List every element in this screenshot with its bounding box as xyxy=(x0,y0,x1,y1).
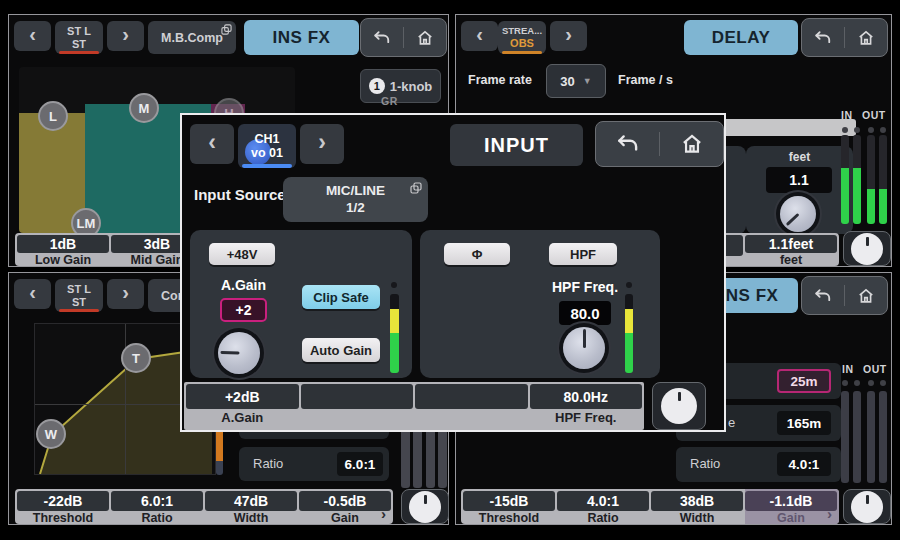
more-params-chevron-icon[interactable]: › xyxy=(827,505,832,522)
param-strip: -15dB Threshold 4.0:1 Ratio 38dB Width -… xyxy=(461,489,839,524)
in-meter-l xyxy=(841,135,849,224)
channel-select-button[interactable]: CH1 vo 01 xyxy=(238,124,296,168)
home-icon[interactable] xyxy=(679,131,705,157)
clip-safe-button[interactable]: Clip Safe xyxy=(302,285,380,309)
home-icon[interactable] xyxy=(415,28,435,48)
hpf-freq-value: 80.0 xyxy=(570,305,599,322)
prev-channel-button[interactable]: ‹ xyxy=(14,21,51,51)
channel-select-button[interactable]: ST L ST xyxy=(55,21,103,54)
input-source-value2: 1/2 xyxy=(346,200,365,217)
undo-icon[interactable] xyxy=(615,131,641,157)
touch-knob-button[interactable] xyxy=(401,489,449,524)
param-cell-threshold[interactable]: -15dB Threshold xyxy=(463,491,555,524)
handle-lowmid-label: LM xyxy=(77,216,96,231)
param-cell-again[interactable]: +2dB A.Gain xyxy=(186,384,299,430)
auto-gain-button[interactable]: Auto Gain xyxy=(302,338,380,362)
feet-knob[interactable] xyxy=(780,196,816,232)
param-cell-ratio[interactable]: 6.0:1 Ratio xyxy=(111,491,203,524)
param-cell-width[interactable]: 38dB Width xyxy=(651,491,743,524)
param-value: -22dB xyxy=(17,491,109,511)
home-icon[interactable] xyxy=(856,286,876,306)
ratio-value-box: 4.0:1 xyxy=(777,452,831,476)
channel-subname-label: OBS xyxy=(510,37,534,49)
next-channel-button[interactable]: › xyxy=(300,124,344,164)
phase-button[interactable]: Φ xyxy=(444,243,510,265)
channel-select-button[interactable]: STREA... OBS xyxy=(498,21,546,54)
more-params-chevron-icon[interactable]: › xyxy=(381,505,386,522)
frame-rate-select[interactable]: 30 ▼ xyxy=(546,64,606,98)
tab-ins-fx[interactable]: INS FX xyxy=(244,20,359,55)
input-source-button[interactable]: MIC/LINE 1/2 xyxy=(283,177,428,222)
param-value: +2dB xyxy=(186,384,299,409)
handle-mid[interactable]: M xyxy=(129,93,159,123)
frame-rate-unit-label: Frame / s xyxy=(618,73,673,87)
preset-button[interactable]: M.B.Comp xyxy=(148,21,236,54)
param-cell-hpf-freq[interactable]: 80.0Hz HPF Freq. xyxy=(530,384,643,430)
param-value: 1dB xyxy=(17,235,109,253)
param-cell-ratio[interactable]: 4.0:1 Ratio xyxy=(557,491,649,524)
param-cell-low-gain[interactable]: 1dB Low Gain xyxy=(17,235,109,266)
knob-marker xyxy=(220,351,239,355)
hpf-button[interactable]: HPF xyxy=(549,243,617,265)
channel-select-underline xyxy=(242,164,292,168)
again-value-box[interactable]: +2 xyxy=(220,298,267,322)
meter-peak-dot xyxy=(842,380,848,386)
meter-peak-dot xyxy=(880,127,886,133)
tab-label: INS FX xyxy=(721,286,779,306)
one-knob-button[interactable]: 1 1-knob xyxy=(360,69,441,103)
feet-value: 1.1 xyxy=(789,172,808,188)
param-cell-gain-selected[interactable]: -1.1dB Gain xyxy=(745,489,839,524)
prev-channel-button[interactable]: ‹ xyxy=(14,279,51,309)
undo-icon[interactable] xyxy=(372,28,392,48)
meter-bar xyxy=(438,426,447,488)
param-value: 80.0Hz xyxy=(530,384,643,409)
touch-knob-button[interactable] xyxy=(843,231,891,266)
next-channel-button[interactable]: › xyxy=(107,21,144,51)
next-channel-button[interactable]: › xyxy=(550,21,587,51)
touch-knob-button[interactable] xyxy=(843,489,891,524)
undo-icon[interactable] xyxy=(813,286,833,306)
handle-lowmid[interactable]: LM xyxy=(71,208,101,233)
param-cell-feet[interactable]: 1.1feet feet xyxy=(745,235,837,266)
input-dialog: ‹ CH1 vo 01 › INPUT Input Source MIC/LIN… xyxy=(180,113,726,432)
param-label: Threshold xyxy=(463,511,555,524)
param-cell-gain[interactable]: -0.5dB Gain xyxy=(299,491,391,524)
channel-select-button[interactable]: ST L ST xyxy=(55,279,103,312)
ratio-value: 4.0:1 xyxy=(789,457,820,472)
param-cell-3[interactable] xyxy=(415,384,528,430)
param-value: 1.1feet xyxy=(745,235,837,253)
param-cell-threshold[interactable]: -22dB Threshold xyxy=(17,491,109,524)
nav-group xyxy=(801,276,888,315)
prev-channel-button[interactable]: ‹ xyxy=(190,124,234,164)
again-knob[interactable] xyxy=(218,332,260,374)
feet-value-box[interactable]: 1.1 xyxy=(766,167,832,193)
again-value: +2 xyxy=(236,302,252,318)
ratio-label: Ratio xyxy=(690,456,720,471)
chevron-left-icon: ‹ xyxy=(476,23,483,46)
channel-name-label: vo 01 xyxy=(251,146,283,160)
ratio-row[interactable]: Ratio 4.0:1 xyxy=(676,447,841,482)
next-channel-button[interactable]: › xyxy=(107,279,144,309)
prev-channel-button[interactable]: ‹ xyxy=(461,21,498,51)
gr-label: GR xyxy=(381,95,398,107)
touch-knob-button[interactable] xyxy=(652,382,706,430)
handle-threshold[interactable]: T xyxy=(121,343,151,373)
handle-low[interactable]: L xyxy=(38,101,68,131)
handle-width[interactable]: W xyxy=(36,419,66,449)
tab-delay[interactable]: DELAY xyxy=(684,20,798,55)
home-icon[interactable] xyxy=(856,28,876,48)
param-cell-2[interactable] xyxy=(301,384,414,430)
param-cell-width[interactable]: 47dB Width xyxy=(205,491,297,524)
undo-icon[interactable] xyxy=(813,28,833,48)
handle-mid-label: M xyxy=(139,101,150,116)
phantom-48v-button[interactable]: +48V xyxy=(209,243,275,265)
param-strip: +2dB A.Gain 80.0Hz HPF Freq. xyxy=(184,382,644,430)
meter-bar xyxy=(426,426,435,488)
param-label: Width xyxy=(651,511,743,524)
hpf-freq-knob[interactable] xyxy=(563,327,605,369)
handle-width-label: W xyxy=(45,427,57,442)
release-value: 165m xyxy=(787,416,822,431)
param-value xyxy=(415,384,528,409)
ratio-row[interactable]: Ratio 6.0:1 xyxy=(239,447,389,481)
hpf-freq-value-box[interactable]: 80.0 xyxy=(559,301,611,325)
